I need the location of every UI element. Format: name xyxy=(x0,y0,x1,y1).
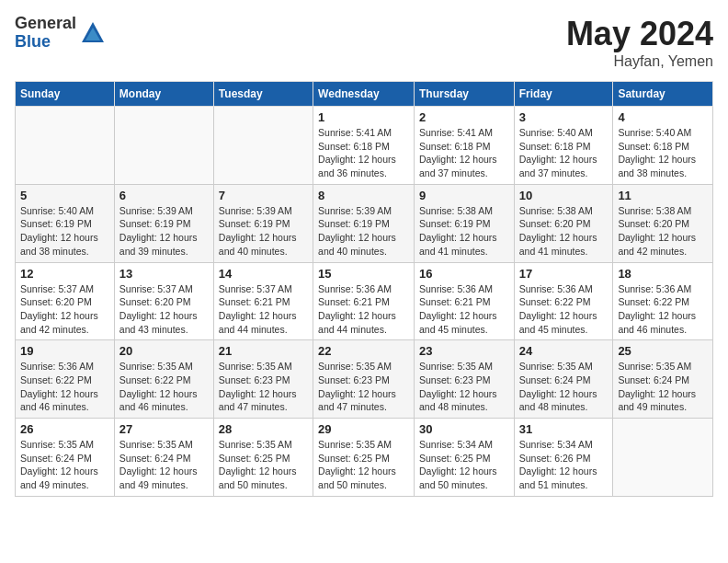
day-info: Sunrise: 5:38 AM Sunset: 6:19 PM Dayligh… xyxy=(419,204,509,259)
day-info: Sunrise: 5:35 AM Sunset: 6:23 PM Dayligh… xyxy=(419,360,509,414)
calendar-header-row: SundayMondayTuesdayWednesdayThursdayFrid… xyxy=(16,82,713,107)
day-number: 13 xyxy=(119,267,209,281)
day-number: 20 xyxy=(119,344,209,358)
day-cell: 17Sunrise: 5:36 AM Sunset: 6:22 PM Dayli… xyxy=(514,262,613,340)
day-info: Sunrise: 5:36 AM Sunset: 6:22 PM Dayligh… xyxy=(618,282,708,337)
day-info: Sunrise: 5:38 AM Sunset: 6:20 PM Dayligh… xyxy=(618,204,708,259)
day-info: Sunrise: 5:35 AM Sunset: 6:24 PM Dayligh… xyxy=(519,360,609,414)
header-friday: Friday xyxy=(514,82,613,107)
day-cell: 3Sunrise: 5:40 AM Sunset: 6:18 PM Daylig… xyxy=(514,107,613,185)
day-number: 12 xyxy=(20,267,109,281)
day-number: 16 xyxy=(419,267,509,281)
day-cell: 31Sunrise: 5:34 AM Sunset: 6:26 PM Dayli… xyxy=(514,419,613,497)
day-info: Sunrise: 5:35 AM Sunset: 6:24 PM Dayligh… xyxy=(20,438,109,492)
logo-general: General xyxy=(15,15,76,33)
day-cell: 11Sunrise: 5:38 AM Sunset: 6:20 PM Dayli… xyxy=(613,184,713,262)
week-row-4: 19Sunrise: 5:36 AM Sunset: 6:22 PM Dayli… xyxy=(16,340,713,419)
week-row-3: 12Sunrise: 5:37 AM Sunset: 6:20 PM Dayli… xyxy=(16,262,713,340)
day-cell: 24Sunrise: 5:35 AM Sunset: 6:24 PM Dayli… xyxy=(514,340,613,419)
day-info: Sunrise: 5:40 AM Sunset: 6:18 PM Dayligh… xyxy=(618,126,708,180)
day-number: 19 xyxy=(20,344,109,358)
day-info: Sunrise: 5:39 AM Sunset: 6:19 PM Dayligh… xyxy=(219,204,308,259)
day-number: 14 xyxy=(219,267,308,281)
day-info: Sunrise: 5:34 AM Sunset: 6:26 PM Dayligh… xyxy=(519,438,609,492)
day-number: 3 xyxy=(519,110,609,124)
title-block: May 2024 Hayfan, Yemen xyxy=(566,15,713,70)
day-cell: 20Sunrise: 5:35 AM Sunset: 6:22 PM Dayli… xyxy=(114,340,213,419)
day-cell: 22Sunrise: 5:35 AM Sunset: 6:23 PM Dayli… xyxy=(313,340,415,419)
day-cell xyxy=(213,107,313,185)
day-number: 7 xyxy=(219,189,308,202)
day-info: Sunrise: 5:34 AM Sunset: 6:25 PM Dayligh… xyxy=(419,438,509,492)
day-number: 25 xyxy=(618,344,708,358)
day-cell: 30Sunrise: 5:34 AM Sunset: 6:25 PM Dayli… xyxy=(414,419,514,497)
day-cell: 28Sunrise: 5:35 AM Sunset: 6:25 PM Dayli… xyxy=(213,419,313,497)
day-number: 10 xyxy=(519,189,609,202)
day-cell: 6Sunrise: 5:39 AM Sunset: 6:19 PM Daylig… xyxy=(114,184,213,262)
day-number: 22 xyxy=(318,344,409,358)
day-number: 23 xyxy=(419,344,509,358)
day-info: Sunrise: 5:38 AM Sunset: 6:20 PM Dayligh… xyxy=(519,204,609,259)
day-info: Sunrise: 5:36 AM Sunset: 6:21 PM Dayligh… xyxy=(419,282,509,337)
day-cell: 2Sunrise: 5:41 AM Sunset: 6:18 PM Daylig… xyxy=(414,107,514,185)
day-cell: 23Sunrise: 5:35 AM Sunset: 6:23 PM Dayli… xyxy=(414,340,514,419)
day-info: Sunrise: 5:39 AM Sunset: 6:19 PM Dayligh… xyxy=(318,204,409,259)
day-number: 4 xyxy=(618,110,708,124)
day-info: Sunrise: 5:35 AM Sunset: 6:23 PM Dayligh… xyxy=(318,360,409,414)
week-row-1: 1Sunrise: 5:41 AM Sunset: 6:18 PM Daylig… xyxy=(16,107,713,185)
day-number: 30 xyxy=(419,422,509,436)
day-cell: 15Sunrise: 5:36 AM Sunset: 6:21 PM Dayli… xyxy=(313,262,415,340)
day-number: 15 xyxy=(318,267,409,281)
day-cell: 25Sunrise: 5:35 AM Sunset: 6:24 PM Dayli… xyxy=(613,340,713,419)
title-month: May 2024 xyxy=(566,15,713,53)
page-header: General Blue May 2024 Hayfan, Yemen xyxy=(15,15,713,70)
day-number: 29 xyxy=(318,422,409,436)
day-info: Sunrise: 5:35 AM Sunset: 6:24 PM Dayligh… xyxy=(618,360,708,414)
day-info: Sunrise: 5:37 AM Sunset: 6:20 PM Dayligh… xyxy=(119,282,209,337)
day-number: 8 xyxy=(318,189,409,202)
day-cell: 8Sunrise: 5:39 AM Sunset: 6:19 PM Daylig… xyxy=(313,184,415,262)
day-cell: 10Sunrise: 5:38 AM Sunset: 6:20 PM Dayli… xyxy=(514,184,613,262)
day-number: 21 xyxy=(219,344,308,358)
day-info: Sunrise: 5:41 AM Sunset: 6:18 PM Dayligh… xyxy=(318,126,409,180)
day-number: 1 xyxy=(318,110,409,124)
day-number: 24 xyxy=(519,344,609,358)
day-number: 27 xyxy=(119,422,209,436)
day-info: Sunrise: 5:37 AM Sunset: 6:21 PM Dayligh… xyxy=(219,282,308,337)
day-info: Sunrise: 5:35 AM Sunset: 6:25 PM Dayligh… xyxy=(219,438,308,492)
day-info: Sunrise: 5:35 AM Sunset: 6:22 PM Dayligh… xyxy=(119,360,209,414)
header-monday: Monday xyxy=(114,82,213,107)
day-cell: 26Sunrise: 5:35 AM Sunset: 6:24 PM Dayli… xyxy=(16,419,115,497)
day-number: 9 xyxy=(419,189,509,202)
day-number: 2 xyxy=(419,110,509,124)
day-info: Sunrise: 5:39 AM Sunset: 6:19 PM Dayligh… xyxy=(119,204,209,259)
header-thursday: Thursday xyxy=(414,82,514,107)
day-number: 6 xyxy=(119,189,209,202)
logo: General Blue xyxy=(15,15,106,52)
day-cell xyxy=(16,107,115,185)
header-saturday: Saturday xyxy=(613,82,713,107)
day-cell: 16Sunrise: 5:36 AM Sunset: 6:21 PM Dayli… xyxy=(414,262,514,340)
week-row-5: 26Sunrise: 5:35 AM Sunset: 6:24 PM Dayli… xyxy=(16,419,713,497)
day-info: Sunrise: 5:35 AM Sunset: 6:25 PM Dayligh… xyxy=(318,438,409,492)
day-cell: 9Sunrise: 5:38 AM Sunset: 6:19 PM Daylig… xyxy=(414,184,514,262)
day-info: Sunrise: 5:35 AM Sunset: 6:23 PM Dayligh… xyxy=(219,360,308,414)
day-cell: 29Sunrise: 5:35 AM Sunset: 6:25 PM Dayli… xyxy=(313,419,415,497)
day-cell xyxy=(114,107,213,185)
day-info: Sunrise: 5:36 AM Sunset: 6:22 PM Dayligh… xyxy=(20,360,109,414)
day-info: Sunrise: 5:40 AM Sunset: 6:19 PM Dayligh… xyxy=(20,204,109,259)
day-cell: 19Sunrise: 5:36 AM Sunset: 6:22 PM Dayli… xyxy=(16,340,115,419)
day-cell: 18Sunrise: 5:36 AM Sunset: 6:22 PM Dayli… xyxy=(613,262,713,340)
day-number: 31 xyxy=(519,422,609,436)
day-number: 17 xyxy=(519,267,609,281)
day-cell: 27Sunrise: 5:35 AM Sunset: 6:24 PM Dayli… xyxy=(114,419,213,497)
day-info: Sunrise: 5:40 AM Sunset: 6:18 PM Dayligh… xyxy=(519,126,609,180)
day-cell xyxy=(613,419,713,497)
day-cell: 1Sunrise: 5:41 AM Sunset: 6:18 PM Daylig… xyxy=(313,107,415,185)
header-tuesday: Tuesday xyxy=(213,82,313,107)
title-location: Hayfan, Yemen xyxy=(566,53,713,70)
logo-icon xyxy=(80,20,106,46)
logo-blue: Blue xyxy=(15,33,76,52)
day-cell: 13Sunrise: 5:37 AM Sunset: 6:20 PM Dayli… xyxy=(114,262,213,340)
day-cell: 14Sunrise: 5:37 AM Sunset: 6:21 PM Dayli… xyxy=(213,262,313,340)
